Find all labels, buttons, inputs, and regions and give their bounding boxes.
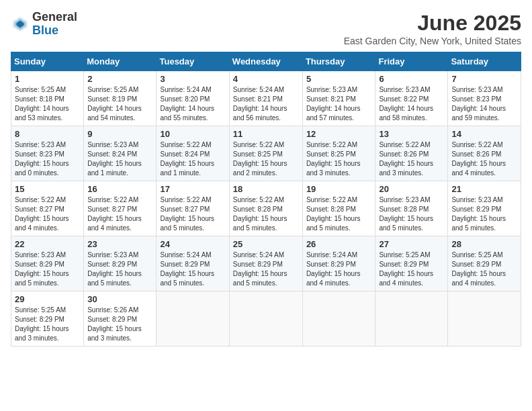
day-info: Sunrise: 5:23 AMSunset: 8:29 PMDaylight:…: [87, 250, 152, 288]
day-number: 14: [451, 129, 517, 139]
day-info: Sunrise: 5:23 AMSunset: 8:23 PMDaylight:…: [15, 140, 80, 178]
calendar-cell: 19Sunrise: 5:22 AMSunset: 8:28 PMDayligh…: [302, 181, 375, 236]
calendar-row: 8Sunrise: 5:23 AMSunset: 8:23 PMDaylight…: [11, 126, 521, 181]
day-number: 9: [87, 129, 152, 139]
day-number: 12: [306, 129, 372, 139]
day-number: 28: [451, 239, 517, 249]
day-number: 1: [15, 74, 80, 84]
day-info: Sunrise: 5:24 AMSunset: 8:29 PMDaylight:…: [160, 250, 225, 288]
calendar-cell: [302, 291, 375, 347]
calendar-cell: 24Sunrise: 5:24 AMSunset: 8:29 PMDayligh…: [157, 236, 229, 291]
page-header: General Blue June 2025 East Garden City,…: [11, 11, 521, 46]
calendar-cell: 16Sunrise: 5:22 AMSunset: 8:27 PMDayligh…: [84, 181, 157, 236]
calendar-cell: 18Sunrise: 5:22 AMSunset: 8:28 PMDayligh…: [229, 181, 302, 236]
calendar-cell: 1Sunrise: 5:25 AMSunset: 8:18 PMDaylight…: [11, 71, 84, 126]
day-number: 2: [87, 74, 152, 84]
calendar-cell: 14Sunrise: 5:22 AMSunset: 8:26 PMDayligh…: [448, 126, 521, 181]
day-info: Sunrise: 5:22 AMSunset: 8:25 PMDaylight:…: [306, 140, 372, 178]
calendar-row: 29Sunrise: 5:25 AMSunset: 8:29 PMDayligh…: [11, 291, 521, 347]
calendar-cell: 17Sunrise: 5:22 AMSunset: 8:27 PMDayligh…: [157, 181, 229, 236]
day-number: 29: [15, 294, 80, 304]
day-info: Sunrise: 5:23 AMSunset: 8:24 PMDaylight:…: [87, 140, 152, 178]
day-info: Sunrise: 5:24 AMSunset: 8:20 PMDaylight:…: [160, 85, 225, 123]
day-number: 17: [160, 184, 225, 194]
day-info: Sunrise: 5:22 AMSunset: 8:24 PMDaylight:…: [160, 140, 225, 178]
calendar-cell: 7Sunrise: 5:23 AMSunset: 8:23 PMDaylight…: [448, 71, 521, 126]
calendar-cell: 20Sunrise: 5:23 AMSunset: 8:28 PMDayligh…: [375, 181, 448, 236]
day-number: 4: [233, 74, 299, 84]
calendar-header-row: SundayMondayTuesdayWednesdayThursdayFrid…: [11, 52, 521, 71]
calendar-location: East Garden City, New York, United State…: [344, 36, 521, 46]
calendar-cell: 3Sunrise: 5:24 AMSunset: 8:20 PMDaylight…: [157, 71, 229, 126]
day-number: 27: [379, 239, 444, 249]
day-info: Sunrise: 5:22 AMSunset: 8:27 PMDaylight:…: [160, 195, 225, 233]
day-info: Sunrise: 5:23 AMSunset: 8:29 PMDaylight:…: [15, 250, 80, 288]
day-of-week-header: Friday: [375, 52, 448, 71]
day-of-week-header: Thursday: [302, 52, 375, 71]
calendar-cell: 6Sunrise: 5:23 AMSunset: 8:22 PMDaylight…: [375, 71, 448, 126]
day-of-week-header: Saturday: [448, 52, 521, 71]
day-number: 23: [87, 239, 152, 249]
day-number: 6: [379, 74, 444, 84]
day-info: Sunrise: 5:22 AMSunset: 8:27 PMDaylight:…: [87, 195, 152, 233]
day-of-week-header: Tuesday: [157, 52, 229, 71]
day-number: 18: [233, 184, 299, 194]
day-info: Sunrise: 5:23 AMSunset: 8:23 PMDaylight:…: [451, 85, 517, 123]
day-info: Sunrise: 5:25 AMSunset: 8:29 PMDaylight:…: [451, 250, 517, 288]
day-info: Sunrise: 5:23 AMSunset: 8:22 PMDaylight:…: [379, 85, 444, 123]
day-number: 30: [87, 294, 152, 304]
day-of-week-header: Wednesday: [229, 52, 302, 71]
day-info: Sunrise: 5:26 AMSunset: 8:29 PMDaylight:…: [87, 306, 152, 343]
calendar-row: 22Sunrise: 5:23 AMSunset: 8:29 PMDayligh…: [11, 236, 521, 291]
day-info: Sunrise: 5:24 AMSunset: 8:29 PMDaylight:…: [233, 250, 299, 288]
calendar-cell: 30Sunrise: 5:26 AMSunset: 8:29 PMDayligh…: [84, 291, 157, 347]
logo-text: General Blue: [32, 11, 77, 38]
day-info: Sunrise: 5:22 AMSunset: 8:25 PMDaylight:…: [233, 140, 299, 178]
day-of-week-header: Monday: [84, 52, 157, 71]
day-of-week-header: Sunday: [11, 52, 84, 71]
day-number: 16: [87, 184, 152, 194]
calendar-cell: 26Sunrise: 5:24 AMSunset: 8:29 PMDayligh…: [302, 236, 375, 291]
day-number: 13: [379, 129, 444, 139]
calendar-cell: 15Sunrise: 5:22 AMSunset: 8:27 PMDayligh…: [11, 181, 84, 236]
calendar-cell: [229, 291, 302, 347]
day-info: Sunrise: 5:22 AMSunset: 8:28 PMDaylight:…: [306, 195, 372, 233]
calendar-cell: [157, 291, 229, 347]
calendar-row: 1Sunrise: 5:25 AMSunset: 8:18 PMDaylight…: [11, 71, 521, 126]
day-number: 20: [379, 184, 444, 194]
day-number: 11: [233, 129, 299, 139]
day-info: Sunrise: 5:24 AMSunset: 8:21 PMDaylight:…: [233, 85, 299, 123]
calendar-table: SundayMondayTuesdayWednesdayThursdayFrid…: [11, 52, 521, 347]
day-info: Sunrise: 5:25 AMSunset: 8:29 PMDaylight:…: [15, 306, 80, 343]
calendar-cell: 12Sunrise: 5:22 AMSunset: 8:25 PMDayligh…: [302, 126, 375, 181]
calendar-cell: [375, 291, 448, 347]
calendar-cell: 10Sunrise: 5:22 AMSunset: 8:24 PMDayligh…: [157, 126, 229, 181]
calendar-row: 15Sunrise: 5:22 AMSunset: 8:27 PMDayligh…: [11, 181, 521, 236]
day-number: 8: [15, 129, 80, 139]
day-number: 21: [451, 184, 517, 194]
calendar-cell: 13Sunrise: 5:22 AMSunset: 8:26 PMDayligh…: [375, 126, 448, 181]
day-info: Sunrise: 5:23 AMSunset: 8:21 PMDaylight:…: [306, 85, 372, 123]
calendar-cell: 27Sunrise: 5:25 AMSunset: 8:29 PMDayligh…: [375, 236, 448, 291]
title-block: June 2025 East Garden City, New York, Un…: [344, 11, 521, 46]
day-info: Sunrise: 5:23 AMSunset: 8:29 PMDaylight:…: [451, 195, 517, 233]
day-info: Sunrise: 5:22 AMSunset: 8:28 PMDaylight:…: [233, 195, 299, 233]
day-info: Sunrise: 5:23 AMSunset: 8:28 PMDaylight:…: [379, 195, 444, 233]
day-number: 26: [306, 239, 372, 249]
calendar-cell: 25Sunrise: 5:24 AMSunset: 8:29 PMDayligh…: [229, 236, 302, 291]
logo-general: General: [32, 11, 77, 24]
day-number: 24: [160, 239, 225, 249]
logo-blue: Blue: [32, 24, 77, 38]
day-number: 5: [306, 74, 372, 84]
day-number: 15: [15, 184, 80, 194]
calendar-cell: 2Sunrise: 5:25 AMSunset: 8:19 PMDaylight…: [84, 71, 157, 126]
calendar-cell: 23Sunrise: 5:23 AMSunset: 8:29 PMDayligh…: [84, 236, 157, 291]
calendar-cell: 11Sunrise: 5:22 AMSunset: 8:25 PMDayligh…: [229, 126, 302, 181]
calendar-cell: 8Sunrise: 5:23 AMSunset: 8:23 PMDaylight…: [11, 126, 84, 181]
calendar-cell: 28Sunrise: 5:25 AMSunset: 8:29 PMDayligh…: [448, 236, 521, 291]
calendar-cell: 9Sunrise: 5:23 AMSunset: 8:24 PMDaylight…: [84, 126, 157, 181]
calendar-cell: 4Sunrise: 5:24 AMSunset: 8:21 PMDaylight…: [229, 71, 302, 126]
logo-icon: [11, 15, 30, 34]
logo: General Blue: [11, 11, 77, 38]
day-info: Sunrise: 5:22 AMSunset: 8:27 PMDaylight:…: [15, 195, 80, 233]
